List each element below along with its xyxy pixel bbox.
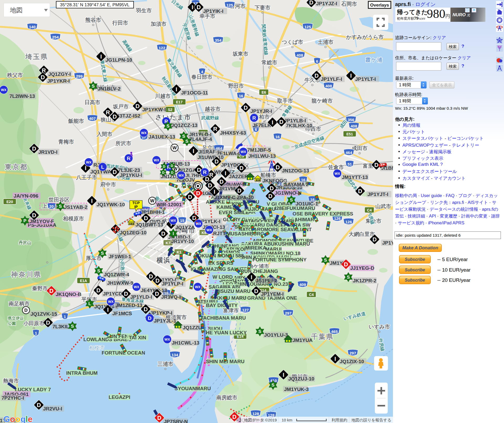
svg-text:龍ケ崎市: 龍ケ崎市 bbox=[311, 98, 333, 104]
svg-text:S: S bbox=[324, 258, 327, 263]
svg-text:JQ1BWT-13: JQ1BWT-13 bbox=[135, 222, 163, 228]
svg-text:D: D bbox=[96, 287, 101, 294]
svg-text:D: D bbox=[157, 415, 161, 421]
svg-text:D: D bbox=[32, 145, 36, 152]
svg-text:坂戸市: 坂戸市 bbox=[113, 104, 129, 109]
svg-text:公園: 公園 bbox=[8, 321, 16, 326]
svg-text:R: R bbox=[106, 109, 110, 116]
svg-text:JN1ZOG-13: JN1ZOG-13 bbox=[282, 168, 309, 173]
svg-text:7L2IWN-13: 7L2IWN-13 bbox=[9, 93, 35, 99]
svg-text:MUSASHIBURG: MUSASHIBURG bbox=[227, 231, 264, 236]
svg-text:JQ1YZA: JQ1YZA bbox=[175, 225, 195, 230]
svg-text:D: D bbox=[113, 113, 117, 120]
svg-text:407: 407 bbox=[89, 116, 96, 121]
svg-text:JP1YIK-I: JP1YIK-I bbox=[203, 8, 223, 14]
svg-text:相模原市: 相模原市 bbox=[63, 216, 84, 221]
svg-text:S: S bbox=[92, 84, 94, 89]
svg-text:JA/YN-096: JA/YN-096 bbox=[14, 193, 38, 199]
svg-text:51: 51 bbox=[348, 162, 352, 166]
svg-text:e: e bbox=[28, 414, 33, 423]
svg-text:JQ1ZWR-4: JQ1ZWR-4 bbox=[104, 272, 129, 277]
svg-text:TAI XIN: TAI XIN bbox=[129, 335, 146, 340]
svg-text:D: D bbox=[162, 171, 164, 175]
svg-text:464: 464 bbox=[345, 150, 352, 155]
svg-text:JO1YLU-3: JO1YLU-3 bbox=[264, 332, 288, 338]
svg-text:JM1YUK-3: JM1YUK-3 bbox=[284, 387, 309, 392]
svg-text:WIR-12001: WIR-12001 bbox=[156, 202, 182, 207]
svg-text:常総市: 常総市 bbox=[261, 60, 277, 65]
svg-text:10 km: 10 km bbox=[282, 418, 292, 422]
svg-text:三浦市: 三浦市 bbox=[158, 361, 173, 367]
svg-text:S: S bbox=[166, 124, 169, 129]
svg-text:埼玉県: 埼玉県 bbox=[25, 53, 48, 61]
svg-text:I: I bbox=[334, 356, 336, 362]
svg-text:柏市: 柏市 bbox=[259, 114, 270, 120]
svg-text:JQ1ZVK-15: JQ1ZVK-15 bbox=[30, 311, 57, 317]
svg-text:横浜: 横浜 bbox=[156, 256, 171, 264]
svg-text:126: 126 bbox=[334, 216, 340, 221]
svg-text:297: 297 bbox=[349, 351, 356, 355]
svg-text:R: R bbox=[203, 170, 207, 175]
svg-text:地図データ ©2019: 地図データ ©2019 bbox=[244, 418, 277, 422]
svg-text:354: 354 bbox=[215, 38, 222, 43]
svg-text:S: S bbox=[182, 134, 185, 139]
svg-text:Overlays: Overlays bbox=[370, 3, 389, 8]
svg-text:W LORD: W LORD bbox=[212, 274, 233, 280]
svg-text:D: D bbox=[135, 103, 140, 109]
svg-text:日高市: 日高市 bbox=[85, 99, 100, 105]
svg-text:D: D bbox=[37, 402, 41, 408]
svg-text:JO1UIC-1: JO1UIC-1 bbox=[296, 201, 318, 207]
svg-text:南足柄市: 南足柄市 bbox=[8, 301, 30, 306]
svg-text:408: 408 bbox=[296, 53, 303, 57]
svg-text:S: S bbox=[271, 383, 274, 388]
svg-text:JQ1ZCZ-13: JQ1ZCZ-13 bbox=[171, 123, 197, 128]
svg-text:140: 140 bbox=[29, 25, 35, 29]
svg-text:JP1YLB-I: JP1YLB-I bbox=[284, 118, 306, 123]
svg-text:JK1QNO-B: JK1QNO-B bbox=[56, 292, 81, 297]
svg-text:JM1ZED-13: JM1ZED-13 bbox=[116, 303, 142, 308]
svg-text:S: S bbox=[71, 324, 74, 329]
svg-text:W: W bbox=[150, 198, 155, 203]
svg-text:JH4XSY-63: JH4XSY-63 bbox=[220, 130, 246, 136]
svg-text:JA1UEX-13: JA1UEX-13 bbox=[149, 134, 175, 140]
svg-text:JP1YKP-I: JP1YKP-I bbox=[150, 310, 172, 316]
svg-text:JM1YUA: JM1YUA bbox=[292, 337, 313, 343]
svg-text:JK1ZPR-2: JK1ZPR-2 bbox=[353, 278, 376, 283]
svg-text:JH1WXW-9: JH1WXW-9 bbox=[107, 280, 133, 286]
svg-text:JP1BHH-1: JP1BHH-1 bbox=[141, 209, 165, 215]
svg-text:八王子市: 八王子市 bbox=[76, 175, 97, 180]
svg-text:D: D bbox=[144, 306, 148, 313]
svg-text:青梅市: 青梅市 bbox=[58, 139, 74, 145]
svg-text:P: P bbox=[23, 218, 26, 223]
svg-text:JP1YJL-1: JP1YJL-1 bbox=[154, 318, 176, 324]
svg-text:D: D bbox=[239, 165, 244, 171]
svg-text:JP1YLT-I: JP1YLT-I bbox=[355, 76, 376, 82]
svg-text:E20: E20 bbox=[7, 200, 13, 204]
svg-text:JR1VY-10: JR1VY-10 bbox=[171, 239, 194, 244]
svg-text:JN1BLV-2: JN1BLV-2 bbox=[98, 86, 120, 92]
svg-text:MISUZU MARU 51: MISUZU MARU 51 bbox=[215, 288, 258, 294]
svg-text:D: D bbox=[244, 104, 248, 111]
svg-text:S: S bbox=[101, 251, 104, 256]
svg-text:S: S bbox=[185, 139, 188, 144]
svg-text:D: D bbox=[358, 188, 362, 194]
svg-text:JQ1ZGY-I: JQ1ZGY-I bbox=[48, 71, 71, 77]
svg-text:E1A: E1A bbox=[80, 279, 87, 283]
svg-text:7L4AJF-4: 7L4AJF-4 bbox=[190, 136, 212, 142]
svg-text:35°28.31' N 139°47.54' E, PM95: 35°28.31' N 139°47.54' E, PM95VL bbox=[60, 2, 130, 7]
svg-text:I: I bbox=[225, 170, 226, 177]
svg-text:県立伊豆: 県立伊豆 bbox=[8, 316, 24, 320]
svg-text:L: L bbox=[88, 301, 91, 306]
svg-text:D: D bbox=[41, 74, 45, 81]
svg-text:丹沢山: 丹沢山 bbox=[18, 240, 31, 245]
svg-text:E6: E6 bbox=[261, 90, 266, 94]
svg-text:122: 122 bbox=[159, 46, 165, 50]
svg-text:R: R bbox=[252, 115, 256, 121]
svg-text:HE YUAN LUCKY: HE YUAN LUCKY bbox=[206, 330, 247, 335]
svg-text:越谷市: 越谷市 bbox=[204, 106, 220, 112]
svg-text:WX: WX bbox=[165, 337, 170, 341]
svg-text:409: 409 bbox=[299, 282, 306, 287]
svg-text:大網白里市: 大網白里市 bbox=[349, 231, 375, 237]
svg-text:D: D bbox=[205, 176, 209, 182]
svg-text:I: I bbox=[176, 86, 177, 93]
